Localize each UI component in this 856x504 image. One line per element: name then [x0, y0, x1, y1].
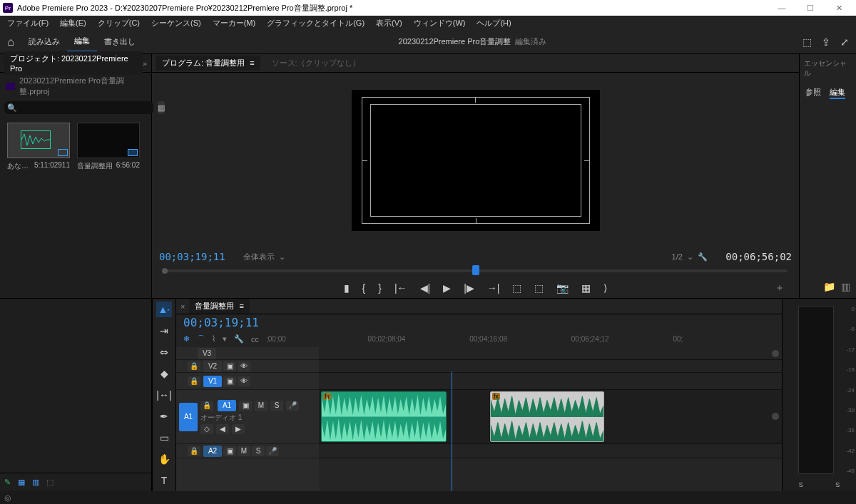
quick-export-icon[interactable]: ⬚: [802, 36, 812, 48]
toggle-output-icon[interactable]: ▣: [239, 401, 252, 411]
next-kf-icon[interactable]: ▶: [232, 424, 245, 434]
toggle-output-icon[interactable]: ▣: [223, 446, 236, 456]
essential-tab[interactable]: エッセンシャル: [800, 54, 856, 83]
audio-clip[interactable]: fx: [490, 391, 604, 442]
cc-status-icon[interactable]: ◎: [4, 493, 11, 503]
menu-marker[interactable]: マーカー(M): [208, 16, 260, 30]
eye-icon[interactable]: 👁: [238, 361, 250, 371]
track-v1-label[interactable]: V1: [203, 376, 222, 387]
program-tab[interactable]: プログラム: 音量調整用 ≡: [156, 56, 260, 71]
bin-item[interactable]: あな…5:11:02911: [7, 123, 70, 171]
bin-thumbnail[interactable]: [7, 123, 70, 158]
linked-sel-icon[interactable]: ⌇: [212, 334, 215, 344]
track-v2-label[interactable]: V2: [203, 361, 222, 372]
extract-icon[interactable]: ⬚: [534, 282, 544, 294]
close-seq-icon[interactable]: ×: [180, 302, 185, 311]
panel-menu-icon[interactable]: ≡: [240, 302, 244, 310]
selection-tool[interactable]: ▲▸: [156, 302, 172, 317]
solo-left[interactable]: S: [799, 481, 803, 488]
time-ruler[interactable]: ;00;00 00;02;08;04 00;04;16;08 00;06;24;…: [266, 335, 775, 343]
type-tool[interactable]: T: [156, 473, 172, 488]
track-a1-label[interactable]: A1: [218, 400, 236, 411]
mark-in-icon[interactable]: {: [362, 282, 366, 294]
pen-tool[interactable]: ✒: [156, 408, 172, 424]
menu-window[interactable]: ウィンドウ(W): [409, 16, 470, 30]
mute-button[interactable]: M: [238, 446, 250, 456]
essential-edit[interactable]: 編集: [830, 87, 845, 99]
share-icon[interactable]: ⇪: [822, 36, 830, 48]
bin-item[interactable]: 音量調整用6:56:02: [77, 123, 140, 171]
step-back-icon[interactable]: ◀|: [420, 282, 431, 294]
track-a2-label[interactable]: A2: [203, 446, 222, 457]
sequence-tab[interactable]: 音量調整用 ≡: [189, 299, 249, 314]
lock-icon[interactable]: 🔒: [188, 376, 200, 386]
mark-out-icon[interactable]: }: [378, 282, 382, 294]
settings-icon[interactable]: 🔧: [698, 252, 708, 262]
bracket-icon[interactable]: ⟩: [603, 282, 607, 294]
zoom-dot[interactable]: [772, 350, 779, 357]
zoom-dot[interactable]: [772, 413, 779, 420]
menu-sequence[interactable]: シーケンス(S): [147, 16, 205, 30]
freeform-view-icon[interactable]: ⬚: [46, 478, 54, 487]
hand-tool[interactable]: ✋: [156, 451, 172, 467]
project-tab[interactable]: プロジェクト: 20230212Premiere Pro: [4, 51, 143, 75]
compare-icon[interactable]: ▦: [581, 282, 591, 294]
nest-icon[interactable]: ❄: [183, 334, 190, 344]
menu-graphics[interactable]: グラフィックとタイトル(G): [263, 16, 369, 30]
audio-clip[interactable]: fx: [321, 391, 447, 442]
bin-thumbnail[interactable]: [77, 123, 140, 158]
menu-file[interactable]: ファイル(F): [3, 16, 53, 30]
button-editor-icon[interactable]: ＋: [775, 282, 785, 294]
track-v3-label[interactable]: V3: [198, 348, 216, 359]
resolution-select[interactable]: 1/2 ⌄: [672, 252, 693, 262]
menu-view[interactable]: 表示(V): [372, 16, 407, 30]
program-out-timecode[interactable]: 00;06;56;02: [713, 251, 792, 262]
goto-in-icon[interactable]: |←: [394, 282, 407, 294]
source-patch-a1[interactable]: A1: [179, 403, 198, 431]
lock-icon[interactable]: 🔒: [188, 446, 200, 456]
rectangle-tool[interactable]: ▭: [156, 430, 172, 446]
marker-icon[interactable]: ▾: [223, 334, 227, 344]
minimize-button[interactable]: —: [768, 0, 796, 16]
voiceover-icon[interactable]: 🎤: [266, 446, 279, 456]
workspace-export[interactable]: 書き出し: [97, 32, 143, 51]
scrub-handle-left[interactable]: [162, 268, 168, 274]
export-frame-icon[interactable]: 📷: [556, 282, 569, 294]
toggle-output-icon[interactable]: ▣: [223, 376, 236, 386]
workspace-import[interactable]: 読み込み: [21, 32, 67, 51]
lock-icon[interactable]: 🔒: [200, 401, 213, 411]
essential-browse[interactable]: 参照: [805, 87, 821, 99]
solo-button[interactable]: S: [270, 401, 283, 411]
mute-button[interactable]: M: [255, 401, 268, 411]
snap-icon[interactable]: ⌒: [197, 334, 205, 344]
pencil-icon[interactable]: ✎: [4, 478, 11, 487]
toggle-output-icon[interactable]: ▣: [223, 361, 236, 371]
fullscreen-icon[interactable]: ⤢: [840, 36, 849, 48]
step-fwd-icon[interactable]: |▶: [464, 282, 474, 294]
close-button[interactable]: ✕: [825, 0, 853, 16]
keyframe-icon[interactable]: ◇: [200, 424, 213, 434]
list-view-icon[interactable]: ▦: [18, 478, 25, 487]
properties-icon[interactable]: ▥: [841, 281, 850, 292]
menu-clip[interactable]: クリップ(C): [93, 16, 144, 30]
menu-help[interactable]: ヘルプ(H): [472, 16, 515, 30]
maximize-button[interactable]: ☐: [796, 0, 825, 16]
play-icon[interactable]: ▶: [443, 282, 451, 294]
settings-icon[interactable]: 🔧: [234, 334, 244, 344]
lift-icon[interactable]: ⬚: [512, 282, 521, 294]
zoom-fit-select[interactable]: 全体表示 ⌄: [243, 252, 285, 262]
prev-kf-icon[interactable]: ◀: [216, 424, 229, 434]
voiceover-icon[interactable]: 🎤: [286, 401, 299, 411]
eye-icon[interactable]: 👁: [238, 376, 250, 386]
razor-tool[interactable]: ◆: [156, 366, 172, 381]
project-search-input[interactable]: [4, 101, 153, 114]
lock-icon[interactable]: 🔒: [188, 361, 200, 371]
panel-menu-icon[interactable]: ≡: [250, 58, 254, 67]
workspace-edit[interactable]: 編集: [67, 31, 97, 52]
solo-right[interactable]: S: [835, 481, 840, 488]
home-icon[interactable]: ⌂: [0, 36, 21, 48]
program-scrubber[interactable]: [159, 264, 792, 278]
scrub-playhead[interactable]: [472, 265, 479, 275]
ripple-edit-tool[interactable]: ⇔: [156, 344, 172, 360]
meter-bars[interactable]: [798, 306, 834, 474]
